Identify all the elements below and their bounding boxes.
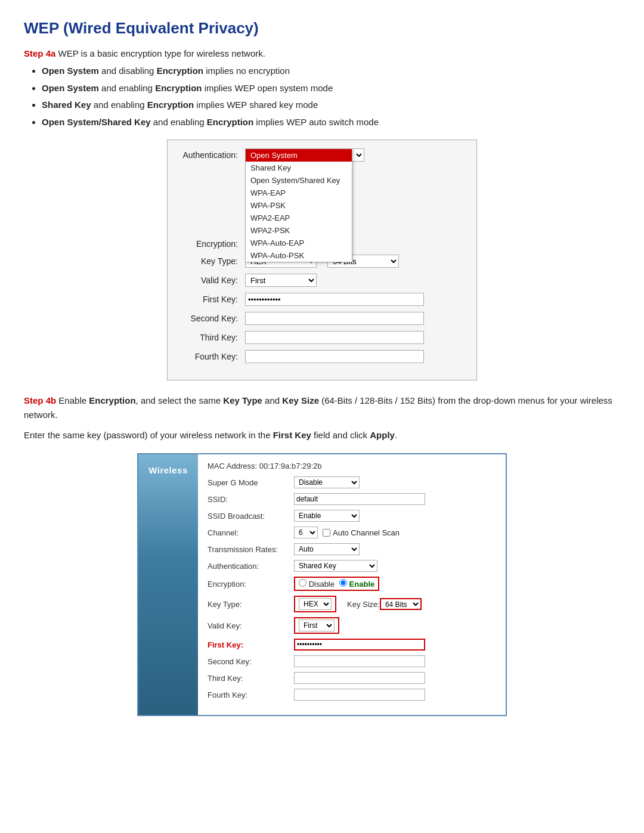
enc-enable-label-wl[interactable]: Enable [339, 579, 374, 589]
dd-item-wpa-auto-psk[interactable]: WPA-Auto-PSK [246, 249, 352, 262]
wl-fourth-key-label: Fourth Key: [208, 690, 294, 699]
list-item: Shared Key and enabling Encryption impli… [42, 98, 620, 112]
super-g-label: Super G Mode [208, 478, 294, 487]
third-key-input[interactable] [245, 331, 424, 344]
wl-second-key-row: Second Key: [208, 655, 496, 667]
enc-box: Disable Enable [294, 577, 379, 591]
ssid-broadcast-row: SSID Broadcast: Enable [208, 510, 496, 522]
wl-third-key-input[interactable] [294, 672, 425, 684]
step4b-label: Step 4b [24, 395, 56, 405]
wl-fourth-key-input[interactable] [294, 689, 425, 701]
first-key-row: First Key: [179, 293, 465, 306]
dd-item-open-shared[interactable]: Open System/Shared Key [246, 174, 352, 187]
wl-second-key-label: Second Key: [208, 657, 294, 666]
super-g-row: Super G Mode Disable [208, 476, 496, 488]
super-g-select[interactable]: Disable [294, 476, 360, 488]
fourth-key-label: Fourth Key: [179, 352, 245, 361]
ssid-broadcast-label: SSID Broadcast: [208, 512, 294, 521]
dd-item-wpa2-eap[interactable]: WPA2-EAP [246, 212, 352, 224]
dd-item-wpa-eap[interactable]: WPA-EAP [246, 187, 352, 199]
wl-enc-label: Encryption: [208, 580, 294, 589]
enc-enable-radio-wl[interactable] [339, 579, 347, 587]
key-size-label: Key Size: [347, 600, 380, 609]
second-key-row: Second Key: [179, 312, 465, 325]
step4a-intro: Step 4a WEP is a basic encryption type f… [24, 48, 620, 58]
dd-item-shared-key[interactable]: Shared Key [246, 162, 352, 174]
key-type-box: HEX [294, 596, 336, 612]
enter-key-text: Enter the same key (password) of your wi… [24, 428, 620, 442]
wl-key-type-row: Key Type: HEX Key Size: 64 Bits [208, 596, 496, 612]
first-key-input[interactable] [245, 293, 424, 306]
dd-item-wpa-psk[interactable]: WPA-PSK [246, 199, 352, 212]
key-type-label: Key Type: [179, 256, 245, 266]
wl-auth-select[interactable]: Shared Key [294, 560, 377, 572]
wl-third-key-label: Third Key: [208, 674, 294, 683]
wl-key-type-label: Key Type: [208, 600, 294, 609]
valid-key-box: First [294, 617, 339, 634]
ssid-label: SSID: [208, 495, 294, 504]
auto-channel-label: Auto Channel Scan [333, 528, 400, 537]
wl-second-key-input[interactable] [294, 655, 425, 667]
fourth-key-row: Fourth Key: [179, 350, 465, 363]
wl-auth-row: Authentication: Shared Key [208, 560, 496, 572]
wl-first-key-input[interactable] [294, 639, 425, 651]
enc-disable-radio-wl[interactable] [299, 579, 306, 587]
dd-item-wpa-auto-eap[interactable]: WPA-Auto-EAP [246, 237, 352, 249]
wireless-content: MAC Address: 00:17:9a:b7:29:2b Super G M… [198, 454, 506, 715]
wl-valid-key-label: Valid Key: [208, 621, 294, 630]
enc-label: Encryption: [179, 239, 245, 249]
wl-valid-key-row: Valid Key: First [208, 617, 496, 634]
list-item: Open System and enabling Encryption impl… [42, 82, 620, 95]
page-title: WEP (Wired Equivalent Privacy) [24, 19, 620, 38]
dd-item-open-system[interactable]: Open System [246, 149, 352, 162]
enc-disable-label-wl[interactable]: Disable [299, 579, 335, 589]
second-key-label: Second Key: [179, 314, 245, 323]
ssid-row: SSID: [208, 493, 496, 505]
second-key-input[interactable] [245, 312, 424, 325]
list-item: Open System and disabling Encryption imp… [42, 64, 620, 78]
wl-first-key-row: First Key: [208, 639, 496, 651]
wl-valid-key-select[interactable]: First [299, 620, 335, 631]
third-key-row: Third Key: [179, 331, 465, 344]
list-item: Open System/Shared Key and enabling Encr… [42, 116, 620, 129]
tx-rates-select[interactable]: Auto [294, 543, 360, 555]
dd-item-wpa2-psk[interactable]: WPA2-PSK [246, 224, 352, 237]
ssid-input[interactable] [294, 493, 425, 505]
channel-label: Channel: [208, 528, 294, 537]
tx-rates-row: Transmission Rates: Auto [208, 543, 496, 555]
wl-first-key-label: First Key: [208, 640, 294, 649]
wireless-sidebar-label: Wireless [148, 465, 188, 475]
wireless-panel: Wireless MAC Address: 00:17:9a:b7:29:2b … [137, 453, 507, 716]
auth-dropdown[interactable]: Open System Shared Key Open System/Share… [245, 148, 352, 262]
wl-auth-label: Authentication: [208, 562, 294, 571]
valid-key-row: Valid Key: First [179, 274, 465, 287]
step4b-block: Step 4b Enable Encryption, and select th… [24, 394, 620, 422]
auth-label: Authentication: [179, 150, 245, 160]
wl-key-type-select[interactable]: HEX [299, 598, 332, 610]
wl-enc-row: Encryption: Disable Enable [208, 577, 496, 591]
third-key-label: Third Key: [179, 333, 245, 342]
bullet-list: Open System and disabling Encryption imp… [42, 64, 620, 129]
auth-row: Authentication: Open System Open System … [179, 148, 465, 162]
step4a-label: Step 4a [24, 48, 55, 58]
channel-select[interactable]: 6 [294, 527, 318, 538]
wl-third-key-row: Third Key: [208, 672, 496, 684]
form-panel-1: Authentication: Open System Open System … [167, 140, 477, 380]
key-size-select-wl[interactable]: 64 Bits [380, 598, 422, 610]
mac-row: MAC Address: 00:17:9a:b7:29:2b [208, 462, 496, 470]
ssid-broadcast-select[interactable]: Enable [294, 510, 360, 522]
valid-key-label: Valid Key: [179, 275, 245, 285]
first-key-label: First Key: [179, 295, 245, 304]
tx-rates-label: Transmission Rates: [208, 545, 294, 554]
valid-key-select[interactable]: First [245, 274, 317, 287]
channel-row: Channel: 6 Auto Channel Scan [208, 527, 496, 538]
wl-fourth-key-row: Fourth Key: [208, 689, 496, 701]
auto-channel-checkbox[interactable] [323, 529, 330, 537]
wireless-sidebar: Wireless [138, 454, 198, 715]
fourth-key-input[interactable] [245, 350, 424, 363]
